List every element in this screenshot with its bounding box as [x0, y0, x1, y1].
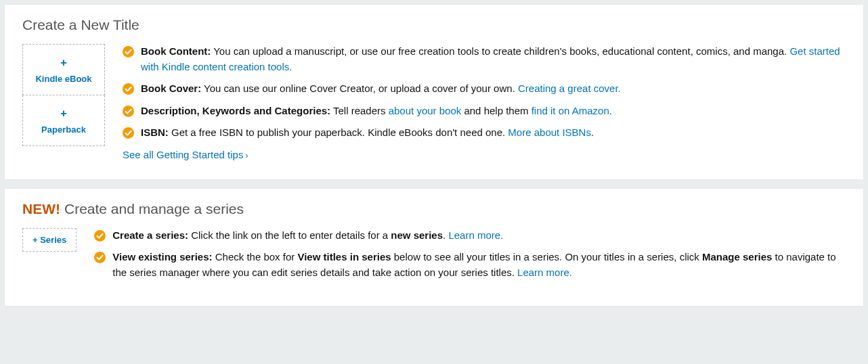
plus-icon: +	[26, 57, 102, 68]
svg-point-0	[123, 46, 134, 58]
see-all-label: See all Getting Started tips	[123, 149, 243, 160]
title-text: Create and manage a series	[64, 201, 244, 217]
info-row-create-series: Create a series: Click the link on the l…	[94, 228, 847, 244]
text: You can upload a manuscript, or use our …	[211, 45, 789, 57]
check-icon	[123, 106, 134, 117]
new-badge: NEW!	[22, 201, 60, 217]
create-paperback-tile[interactable]: + Paperback	[22, 95, 105, 146]
link-learn-more-create[interactable]: Learn more.	[448, 229, 503, 241]
link-find-on-amazon[interactable]: find it on Amazon	[531, 105, 609, 116]
info-text: Book Cover: You can use our online Cover…	[141, 81, 847, 97]
label: ISBN:	[141, 127, 169, 138]
bold-text: View titles in series	[297, 251, 391, 263]
text: .	[609, 105, 612, 116]
tile-label: + Series	[32, 235, 66, 245]
svg-point-5	[94, 252, 106, 263]
label: View existing series:	[112, 251, 212, 263]
text: Check the box for	[213, 251, 298, 263]
info-list: Book Content: You can upload a manuscrip…	[123, 44, 847, 160]
check-icon	[94, 230, 106, 242]
link-great-cover[interactable]: Creating a great cover.	[518, 83, 621, 94]
bold-text: Manage series	[702, 251, 772, 263]
text: You can use our online Cover Creator, or…	[201, 83, 518, 94]
text: Tell readers	[330, 105, 389, 116]
label: Description, Keywords and Categories:	[141, 105, 330, 116]
text: .	[591, 127, 594, 138]
tile-column: + Series	[22, 228, 77, 252]
info-row-view-series: View existing series: Check the box for …	[94, 250, 847, 280]
panel-title: NEW!Create and manage a series	[22, 201, 847, 217]
label: Create a series:	[112, 229, 188, 241]
text: Click the link on the left to enter deta…	[188, 229, 391, 241]
check-icon	[123, 127, 134, 139]
chevron-right-icon: ›	[245, 151, 248, 160]
text: Get a free ISBN to publish your paperbac…	[169, 127, 508, 138]
tile-column: + Kindle eBook + Paperback	[22, 44, 105, 146]
svg-point-3	[123, 127, 134, 139]
text: below to see all your titles in a series…	[391, 251, 702, 263]
link-about-your-book[interactable]: about your book	[389, 105, 462, 116]
link-more-about-isbns[interactable]: More about ISBNs	[508, 127, 591, 138]
info-text: Create a series: Click the link on the l…	[112, 228, 847, 244]
info-row-book-cover: Book Cover: You can use our online Cover…	[123, 81, 847, 97]
label: Book Content:	[141, 45, 211, 57]
info-list: Create a series: Click the link on the l…	[94, 228, 847, 288]
create-series-tile[interactable]: + Series	[22, 228, 77, 252]
info-row-book-content: Book Content: You can upload a manuscrip…	[123, 44, 847, 74]
check-icon	[123, 83, 134, 95]
info-text: View existing series: Check the box for …	[112, 250, 847, 280]
info-text: Description, Keywords and Categories: Te…	[141, 104, 847, 119]
panel-body: + Series Create a series: Click the link…	[22, 228, 847, 288]
link-see-all-tips[interactable]: See all Getting Started tips›	[123, 149, 248, 160]
create-series-panel: NEW!Create and manage a series + Series …	[4, 188, 864, 307]
link-learn-more-view[interactable]: Learn more.	[517, 267, 572, 278]
create-title-panel: Create a New Title + Kindle eBook + Pape…	[4, 4, 864, 180]
svg-point-1	[123, 83, 134, 95]
panel-body: + Kindle eBook + Paperback Book Content:…	[22, 44, 847, 160]
info-row-isbn: ISBN: Get a free ISBN to publish your pa…	[123, 125, 847, 141]
tile-label: Kindle eBook	[35, 74, 91, 84]
info-row-description: Description, Keywords and Categories: Te…	[123, 104, 847, 119]
check-icon	[94, 252, 106, 263]
text: and help them	[461, 105, 531, 116]
bold-text: new series	[391, 229, 443, 241]
info-text: Book Content: You can upload a manuscrip…	[141, 44, 847, 74]
plus-icon: +	[26, 108, 102, 119]
tile-label: Paperback	[41, 124, 86, 135]
svg-point-4	[94, 230, 106, 242]
label: Book Cover:	[141, 83, 201, 94]
info-text: ISBN: Get a free ISBN to publish your pa…	[141, 125, 847, 141]
create-kindle-ebook-tile[interactable]: + Kindle eBook	[22, 44, 105, 95]
panel-title: Create a New Title	[22, 17, 847, 33]
svg-point-2	[123, 106, 134, 117]
check-icon	[123, 46, 134, 58]
